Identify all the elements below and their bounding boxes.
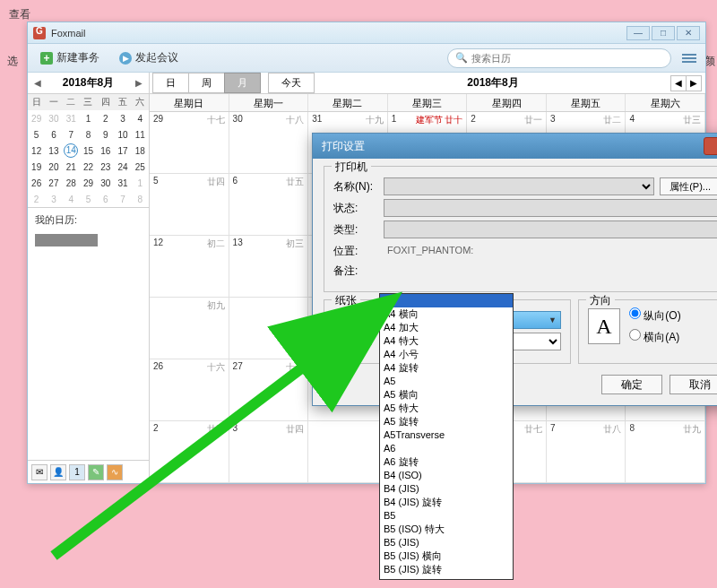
mini-day-cell[interactable]: 2	[97, 110, 114, 126]
mini-day-cell[interactable]: 10	[114, 126, 131, 143]
dialog-close-button[interactable]: ✕	[704, 137, 717, 155]
mini-day-cell[interactable]: 7	[63, 126, 80, 143]
dropdown-option[interactable]: A5 特大	[380, 402, 513, 415]
search-box[interactable]: 🔍	[447, 48, 671, 68]
mini-day-cell[interactable]: 18	[132, 143, 149, 159]
calendar-cell[interactable]	[229, 298, 309, 359]
next-month-button[interactable]: ▶	[133, 78, 145, 88]
notes-view-button[interactable]: ✎	[88, 464, 104, 480]
dropdown-option[interactable]: B6	[380, 576, 513, 580]
dropdown-option[interactable]: A4 特大	[380, 334, 513, 348]
calendar-cell[interactable]: 8廿九	[626, 421, 705, 482]
mini-day-cell[interactable]: 22	[80, 159, 97, 175]
mini-day-cell[interactable]: 1	[80, 110, 97, 126]
calendar-cell[interactable]: 26十六	[150, 359, 229, 420]
dropdown-option[interactable]: A4	[380, 294, 513, 307]
mini-day-cell[interactable]: 31	[114, 175, 131, 191]
mail-view-button[interactable]: ✉	[31, 464, 48, 480]
calendar-cell[interactable]: 30十八	[229, 112, 309, 173]
mini-day-cell[interactable]: 2	[28, 191, 45, 207]
dropdown-option[interactable]: A5 横向	[380, 388, 513, 402]
dropdown-option[interactable]: A6	[380, 442, 513, 455]
meeting-button[interactable]: ▶ 发起会议	[114, 48, 184, 68]
close-button[interactable]: ✕	[677, 26, 700, 40]
mini-day-cell[interactable]: 30	[97, 175, 114, 191]
dropdown-option[interactable]: A6 旋转	[380, 455, 513, 469]
mini-day-cell[interactable]: 11	[132, 126, 149, 143]
calendar-cell[interactable]: 2廿三	[150, 421, 229, 482]
calendar-view-button[interactable]: 1	[69, 464, 85, 480]
minimize-button[interactable]: —	[626, 26, 650, 40]
calendar-cell[interactable]: 7廿八	[547, 421, 626, 482]
next-button[interactable]: ▶	[686, 75, 702, 91]
search-input[interactable]	[471, 53, 663, 64]
menu-button[interactable]	[680, 51, 698, 65]
mini-day-cell[interactable]: 25	[132, 159, 149, 175]
mini-day-cell[interactable]: 3	[114, 110, 131, 126]
dropdown-option[interactable]: B5	[380, 509, 513, 523]
calendar-cell[interactable]: 27十七	[229, 359, 309, 420]
prev-month-button[interactable]: ◀	[31, 78, 44, 88]
new-event-button[interactable]: + 新建事务	[35, 48, 105, 68]
contacts-view-button[interactable]: 👤	[50, 464, 66, 480]
mini-day-cell[interactable]: 21	[63, 159, 80, 175]
mini-day-cell[interactable]: 6	[45, 126, 62, 143]
dropdown-option[interactable]: B5 (JIS)	[380, 536, 513, 549]
mini-day-cell[interactable]: 17	[114, 143, 131, 159]
mini-day-cell[interactable]: 31	[63, 110, 80, 126]
mini-day-cell[interactable]: 5	[80, 191, 97, 207]
dropdown-option[interactable]: B5 (JIS) 旋转	[380, 563, 513, 576]
calendar-cell[interactable]: 3廿四	[229, 421, 309, 482]
mini-day-cell[interactable]: 19	[28, 159, 45, 175]
dropdown-option[interactable]: B4 (JIS) 旋转	[380, 496, 513, 509]
mini-day-cell[interactable]: 6	[97, 191, 114, 207]
mini-day-cell[interactable]: 28	[63, 175, 80, 191]
dropdown-option[interactable]: B5 (ISO) 特大	[380, 523, 513, 536]
mini-day-cell[interactable]: 30	[45, 110, 62, 126]
printer-name-select[interactable]	[384, 177, 654, 195]
mini-day-cell[interactable]: 29	[80, 175, 97, 191]
mini-day-cell[interactable]: 9	[97, 126, 114, 143]
mini-day-cell[interactable]: 4	[132, 110, 149, 126]
dropdown-option[interactable]: A5 旋转	[380, 415, 513, 428]
maximize-button[interactable]: □	[652, 26, 675, 40]
dropdown-option[interactable]: A4 加大	[380, 321, 513, 334]
dropdown-option[interactable]: B4 (ISO)	[380, 469, 513, 482]
mini-day-cell[interactable]: 8	[80, 126, 97, 143]
mini-day-cell[interactable]: 23	[97, 159, 114, 175]
dropdown-option[interactable]: A5	[380, 375, 513, 388]
mini-day-cell[interactable]: 29	[28, 110, 45, 126]
mini-day-cell[interactable]: 27	[45, 175, 62, 191]
portrait-radio[interactable]: 纵向(O)	[629, 307, 681, 324]
mini-day-cell[interactable]: 20	[45, 159, 62, 175]
ok-button[interactable]: 确定	[601, 375, 662, 394]
week-tab[interactable]: 周	[188, 73, 225, 93]
landscape-radio[interactable]: 横向(A)	[629, 329, 681, 345]
calendar-cell[interactable]: 12初二	[150, 236, 229, 297]
mini-day-cell[interactable]: 7	[114, 191, 131, 207]
day-tab[interactable]: 日	[152, 73, 189, 93]
calendar-cell[interactable]: 初九	[150, 298, 229, 359]
calendar-cell[interactable]: 5廿四	[150, 174, 229, 235]
mini-day-cell[interactable]: 26	[28, 175, 45, 191]
mini-day-cell[interactable]: 5	[28, 126, 45, 143]
dropdown-option[interactable]: A5Transverse	[380, 428, 513, 442]
mini-day-cell[interactable]: 16	[97, 143, 114, 159]
today-button[interactable]: 今天	[268, 73, 315, 93]
mini-day-cell[interactable]: 12	[28, 143, 45, 159]
mini-day-cell[interactable]: 4	[63, 191, 80, 207]
mini-day-cell[interactable]: 8	[132, 191, 149, 207]
calendar-item[interactable]	[35, 234, 98, 246]
month-tab[interactable]: 月	[224, 73, 261, 93]
mini-day-cell[interactable]: 14	[63, 143, 80, 159]
dropdown-option[interactable]: A4 小号	[380, 348, 513, 361]
rss-view-button[interactable]: ∿	[107, 464, 123, 480]
calendar-cell[interactable]: 29十七	[150, 112, 229, 173]
mini-day-cell[interactable]: 24	[114, 159, 131, 175]
properties-button[interactable]: 属性(P)...	[660, 177, 717, 195]
calendar-cell[interactable]	[308, 421, 388, 482]
mini-day-cell[interactable]: 13	[45, 143, 62, 159]
mini-day-cell[interactable]: 15	[80, 143, 97, 159]
prev-button[interactable]: ◀	[670, 75, 687, 91]
calendar-cell[interactable]: 13初三	[229, 236, 309, 297]
